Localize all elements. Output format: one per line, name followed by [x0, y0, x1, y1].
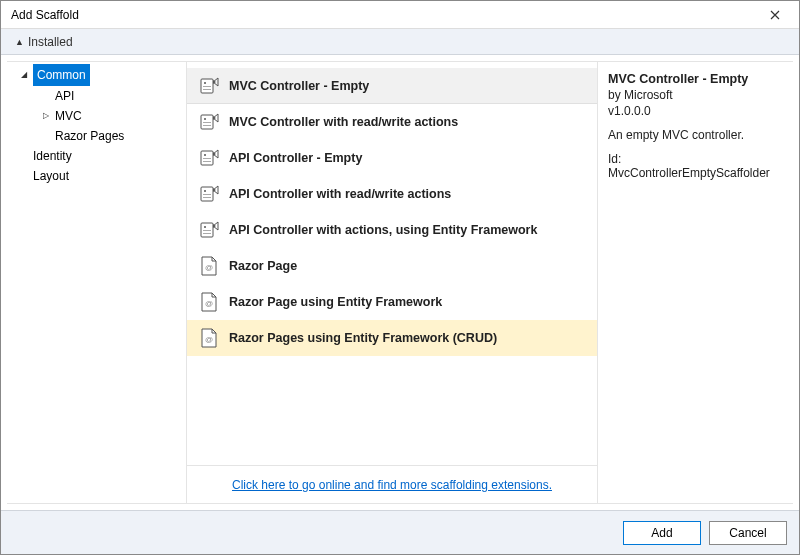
details-pane: MVC Controller - Empty by Microsoft v1.0…: [598, 61, 793, 504]
controller-icon: [199, 148, 219, 168]
scaffold-item-mvc-empty[interactable]: MVC Controller - Empty: [187, 68, 597, 104]
tree-item-common[interactable]: ◢ Common: [7, 64, 186, 86]
page-icon: [199, 256, 219, 276]
scaffold-item-mvc-rw[interactable]: MVC Controller with read/write actions: [187, 104, 597, 140]
scaffold-item-label: API Controller with actions, using Entit…: [229, 223, 537, 237]
page-icon: [199, 328, 219, 348]
scaffold-item-api-rw[interactable]: API Controller with read/write actions: [187, 176, 597, 212]
add-button[interactable]: Add: [623, 521, 701, 545]
cancel-button[interactable]: Cancel: [709, 521, 787, 545]
scaffold-item-label: API Controller - Empty: [229, 151, 362, 165]
scaffold-item-razor-ef[interactable]: Razor Page using Entity Framework: [187, 284, 597, 320]
details-description: An empty MVC controller.: [608, 128, 783, 142]
scaffold-item-label: MVC Controller - Empty: [229, 79, 369, 93]
scaffold-item-label: MVC Controller with read/write actions: [229, 115, 458, 129]
find-more-extensions-link[interactable]: Click here to go online and find more sc…: [232, 478, 552, 492]
tab-installed[interactable]: ▲ Installed: [7, 29, 81, 54]
tree-item-mvc[interactable]: ▷ MVC: [7, 106, 186, 126]
details-title: MVC Controller - Empty: [608, 72, 783, 86]
scaffold-item-label: Razor Page using Entity Framework: [229, 295, 442, 309]
details-id: Id: MvcControllerEmptyScaffolder: [608, 152, 783, 180]
tabs-bar: ▲ Installed: [1, 29, 799, 55]
scaffold-item-razor-crud[interactable]: Razor Pages using Entity Framework (CRUD…: [187, 320, 597, 356]
scaffold-item-api-empty[interactable]: API Controller - Empty: [187, 140, 597, 176]
category-tree: ◢ Common API ▷ MVC Razor Pages: [7, 61, 187, 504]
tree-item-identity[interactable]: Identity: [7, 146, 186, 166]
scaffold-list: MVC Controller - EmptyMVC Controller wit…: [187, 62, 597, 465]
details-id-value: MvcControllerEmptyScaffolder: [608, 166, 770, 180]
tree-item-razor-pages[interactable]: Razor Pages: [7, 126, 186, 146]
controller-icon: [199, 220, 219, 240]
tree-item-layout[interactable]: Layout: [7, 166, 186, 186]
scaffold-item-label: Razor Page: [229, 259, 297, 273]
controller-icon: [199, 76, 219, 96]
scaffold-item-label: Razor Pages using Entity Framework (CRUD…: [229, 331, 497, 345]
scaffold-item-razor-page[interactable]: Razor Page: [187, 248, 597, 284]
controller-icon: [199, 184, 219, 204]
scaffold-item-label: API Controller with read/write actions: [229, 187, 451, 201]
close-button[interactable]: [755, 2, 795, 28]
main-area: ◢ Common API ▷ MVC Razor Pages: [1, 55, 799, 510]
tab-label: Installed: [28, 35, 73, 49]
close-icon: [770, 10, 780, 20]
tree-item-api[interactable]: API: [7, 86, 186, 106]
chevron-right-icon: ▷: [43, 106, 53, 126]
scaffold-list-pane: MVC Controller - EmptyMVC Controller wit…: [187, 61, 598, 504]
controller-icon: [199, 112, 219, 132]
page-icon: [199, 292, 219, 312]
triangle-down-icon: ▲: [15, 37, 24, 47]
details-id-label: Id:: [608, 152, 621, 166]
chevron-down-icon: ◢: [21, 65, 31, 85]
details-author: by Microsoft: [608, 88, 783, 102]
window-title: Add Scaffold: [11, 8, 755, 22]
details-version: v1.0.0.0: [608, 104, 783, 118]
online-link-row: Click here to go online and find more sc…: [187, 465, 597, 503]
dialog-footer: Add Cancel: [1, 510, 799, 554]
scaffold-item-api-ef[interactable]: API Controller with actions, using Entit…: [187, 212, 597, 248]
titlebar: Add Scaffold: [1, 1, 799, 29]
